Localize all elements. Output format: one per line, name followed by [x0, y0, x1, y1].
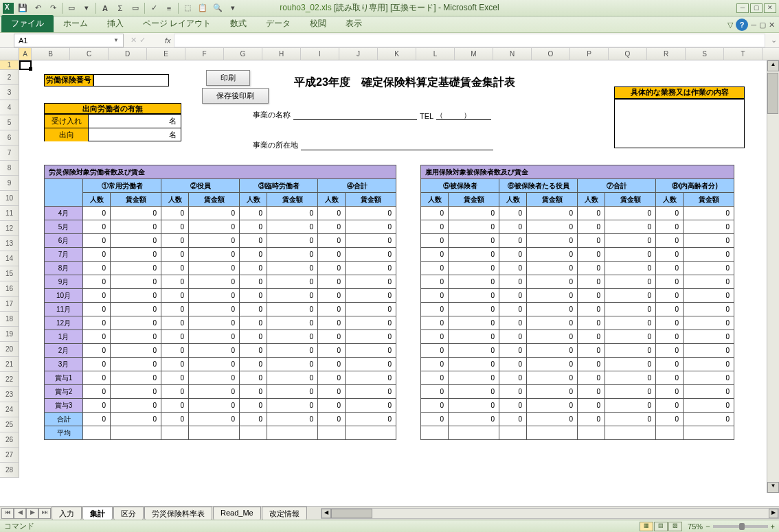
cell[interactable]: 0 — [656, 234, 684, 248]
row-header[interactable]: 27 — [0, 448, 19, 463]
cell[interactable]: 0 — [346, 316, 396, 330]
cell[interactable]: 0 — [449, 289, 499, 303]
cell[interactable]: 0 — [318, 385, 346, 399]
cell[interactable]: 0 — [161, 385, 189, 399]
cell[interactable]: 0 — [189, 330, 240, 344]
cell[interactable]: 0 — [161, 289, 189, 303]
cell[interactable]: 0 — [684, 289, 734, 303]
row-header[interactable]: 14 — [0, 251, 19, 266]
column-header[interactable]: R — [647, 48, 686, 60]
row-header[interactable]: 9 — [0, 176, 19, 191]
cell[interactable]: 0 — [240, 399, 267, 413]
cell[interactable] — [240, 426, 267, 440]
cell[interactable]: 0 — [240, 344, 267, 358]
fx-cancel-icon[interactable]: ✕ — [131, 36, 137, 45]
cell[interactable]: 0 — [421, 234, 449, 248]
cell[interactable]: 0 — [318, 234, 346, 248]
cell[interactable]: 0 — [684, 330, 734, 344]
cell[interactable]: 0 — [189, 275, 240, 289]
zoom-slider[interactable] — [713, 525, 768, 528]
cell[interactable]: 0 — [605, 248, 656, 262]
cell[interactable]: 0 — [578, 413, 605, 426]
cell[interactable]: 0 — [111, 344, 161, 358]
cell[interactable]: 0 — [83, 262, 111, 275]
cell[interactable]: 0 — [656, 344, 684, 358]
doc-restore-icon[interactable]: ▢ — [759, 21, 766, 30]
cell[interactable]: 0 — [449, 220, 499, 234]
cell[interactable]: 0 — [161, 220, 189, 234]
cell[interactable]: 0 — [499, 330, 527, 344]
cell[interactable]: 0 — [656, 275, 684, 289]
cell[interactable]: 0 — [240, 330, 267, 344]
cell[interactable]: 0 — [83, 207, 111, 220]
cell[interactable]: 0 — [449, 344, 499, 358]
cell[interactable]: 0 — [83, 289, 111, 303]
cell[interactable]: 0 — [527, 275, 578, 289]
cell[interactable]: 0 — [111, 399, 161, 413]
cell[interactable]: 0 — [267, 248, 318, 262]
cell[interactable]: 0 — [161, 330, 189, 344]
sheet-tab[interactable]: Read_Me — [213, 507, 261, 520]
cell[interactable]: 0 — [267, 289, 318, 303]
cell[interactable]: 0 — [605, 316, 656, 330]
column-header[interactable]: F — [185, 48, 224, 60]
cell[interactable]: 0 — [346, 207, 396, 220]
cell[interactable]: 0 — [318, 358, 346, 371]
cell[interactable]: 0 — [684, 207, 734, 220]
cell[interactable]: 0 — [161, 303, 189, 316]
cell[interactable]: 0 — [189, 248, 240, 262]
cell[interactable]: 0 — [267, 330, 318, 344]
qat-btn[interactable]: ▭ — [128, 1, 143, 15]
scroll-down-icon[interactable]: ▼ — [767, 482, 779, 493]
view-pagelayout-icon[interactable]: ▤ — [654, 522, 668, 531]
cell[interactable]: 0 — [656, 413, 684, 426]
cell[interactable]: 0 — [318, 344, 346, 358]
cell[interactable]: 0 — [527, 248, 578, 262]
zoom-in-icon[interactable]: + — [771, 522, 775, 531]
cell[interactable]: 0 — [499, 262, 527, 275]
cell[interactable]: 0 — [346, 330, 396, 344]
close-icon[interactable]: ✕ — [764, 3, 776, 13]
cell[interactable]: 0 — [605, 289, 656, 303]
cell[interactable]: 0 — [684, 303, 734, 316]
input-transfer-out[interactable] — [89, 128, 164, 141]
cell[interactable]: 0 — [605, 385, 656, 399]
cell[interactable]: 0 — [318, 330, 346, 344]
cell[interactable]: 0 — [684, 385, 734, 399]
cell[interactable]: 0 — [240, 262, 267, 275]
cell[interactable]: 0 — [318, 248, 346, 262]
cell[interactable]: 0 — [83, 220, 111, 234]
sheet-tab[interactable]: 改定情報 — [262, 507, 307, 520]
cell[interactable]: 0 — [656, 371, 684, 385]
cell[interactable]: 0 — [421, 399, 449, 413]
cell[interactable]: 0 — [240, 371, 267, 385]
cell[interactable]: 0 — [267, 371, 318, 385]
tab-nav-last-icon[interactable]: ⏭ — [38, 508, 51, 519]
row-header[interactable]: 21 — [0, 357, 19, 372]
cell[interactable]: 0 — [684, 248, 734, 262]
row-header[interactable]: 28 — [0, 463, 19, 478]
row-header[interactable]: 12 — [0, 221, 19, 236]
cell[interactable]: 0 — [83, 248, 111, 262]
cell[interactable]: 0 — [449, 262, 499, 275]
cell[interactable]: 0 — [527, 207, 578, 220]
cell[interactable]: 0 — [83, 344, 111, 358]
cell[interactable]: 0 — [605, 262, 656, 275]
cell[interactable]: 0 — [527, 220, 578, 234]
cell[interactable]: 0 — [578, 371, 605, 385]
row-header[interactable]: 19 — [0, 327, 19, 342]
doc-close-icon[interactable]: ✕ — [769, 21, 775, 30]
cell[interactable]: 0 — [189, 399, 240, 413]
cell[interactable]: 0 — [267, 399, 318, 413]
cell[interactable]: 0 — [656, 248, 684, 262]
cell[interactable]: 0 — [111, 207, 161, 220]
cell[interactable]: 0 — [161, 413, 189, 426]
cell[interactable]: 0 — [161, 344, 189, 358]
cell[interactable]: 0 — [578, 248, 605, 262]
cell[interactable]: 0 — [656, 358, 684, 371]
undo-icon[interactable]: ↶ — [30, 1, 45, 15]
input-biz-addr[interactable] — [301, 141, 493, 150]
cell[interactable]: 0 — [421, 289, 449, 303]
worksheet[interactable]: 労働保険番号 印刷 保存後印刷 平成23年度 確定保険料算定基礎賃金集計表 具体… — [19, 60, 767, 493]
cell[interactable]: 0 — [189, 234, 240, 248]
